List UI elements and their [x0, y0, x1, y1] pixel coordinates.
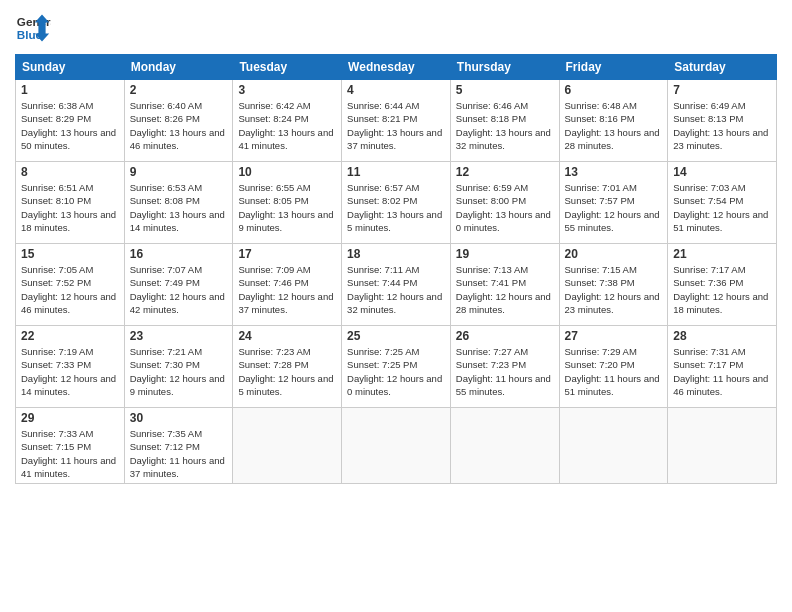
- day-info: Sunrise: 6:51 AMSunset: 8:10 PMDaylight:…: [21, 181, 119, 234]
- day-number: 25: [347, 329, 445, 343]
- day-info: Sunrise: 7:23 AMSunset: 7:28 PMDaylight:…: [238, 345, 336, 398]
- weekday-header-thursday: Thursday: [450, 55, 559, 80]
- calendar-cell: 25 Sunrise: 7:25 AMSunset: 7:25 PMDaylig…: [342, 326, 451, 408]
- calendar-cell: 23 Sunrise: 7:21 AMSunset: 7:30 PMDaylig…: [124, 326, 233, 408]
- day-info: Sunrise: 7:19 AMSunset: 7:33 PMDaylight:…: [21, 345, 119, 398]
- day-info: Sunrise: 6:53 AMSunset: 8:08 PMDaylight:…: [130, 181, 228, 234]
- calendar-cell: 7 Sunrise: 6:49 AMSunset: 8:13 PMDayligh…: [668, 80, 777, 162]
- calendar-cell: 12 Sunrise: 6:59 AMSunset: 8:00 PMDaylig…: [450, 162, 559, 244]
- day-number: 24: [238, 329, 336, 343]
- calendar-cell: [233, 408, 342, 484]
- weekday-header-tuesday: Tuesday: [233, 55, 342, 80]
- day-number: 18: [347, 247, 445, 261]
- day-info: Sunrise: 7:05 AMSunset: 7:52 PMDaylight:…: [21, 263, 119, 316]
- day-number: 28: [673, 329, 771, 343]
- day-number: 1: [21, 83, 119, 97]
- weekday-header-friday: Friday: [559, 55, 668, 80]
- day-info: Sunrise: 7:21 AMSunset: 7:30 PMDaylight:…: [130, 345, 228, 398]
- logo-icon: General Blue: [15, 10, 51, 46]
- weekday-header-row: SundayMondayTuesdayWednesdayThursdayFrid…: [16, 55, 777, 80]
- calendar-week-row: 15 Sunrise: 7:05 AMSunset: 7:52 PMDaylig…: [16, 244, 777, 326]
- day-info: Sunrise: 7:09 AMSunset: 7:46 PMDaylight:…: [238, 263, 336, 316]
- day-info: Sunrise: 6:40 AMSunset: 8:26 PMDaylight:…: [130, 99, 228, 152]
- calendar-week-row: 22 Sunrise: 7:19 AMSunset: 7:33 PMDaylig…: [16, 326, 777, 408]
- calendar-cell: 11 Sunrise: 6:57 AMSunset: 8:02 PMDaylig…: [342, 162, 451, 244]
- day-number: 9: [130, 165, 228, 179]
- calendar-cell: 8 Sunrise: 6:51 AMSunset: 8:10 PMDayligh…: [16, 162, 125, 244]
- day-number: 13: [565, 165, 663, 179]
- calendar-cell: 3 Sunrise: 6:42 AMSunset: 8:24 PMDayligh…: [233, 80, 342, 162]
- day-number: 8: [21, 165, 119, 179]
- day-number: 20: [565, 247, 663, 261]
- weekday-header-saturday: Saturday: [668, 55, 777, 80]
- calendar-week-row: 1 Sunrise: 6:38 AMSunset: 8:29 PMDayligh…: [16, 80, 777, 162]
- day-info: Sunrise: 6:48 AMSunset: 8:16 PMDaylight:…: [565, 99, 663, 152]
- weekday-header-wednesday: Wednesday: [342, 55, 451, 80]
- day-info: Sunrise: 6:59 AMSunset: 8:00 PMDaylight:…: [456, 181, 554, 234]
- day-info: Sunrise: 7:07 AMSunset: 7:49 PMDaylight:…: [130, 263, 228, 316]
- day-info: Sunrise: 6:55 AMSunset: 8:05 PMDaylight:…: [238, 181, 336, 234]
- calendar-cell: [450, 408, 559, 484]
- calendar-cell: 20 Sunrise: 7:15 AMSunset: 7:38 PMDaylig…: [559, 244, 668, 326]
- calendar-cell: 13 Sunrise: 7:01 AMSunset: 7:57 PMDaylig…: [559, 162, 668, 244]
- day-info: Sunrise: 6:38 AMSunset: 8:29 PMDaylight:…: [21, 99, 119, 152]
- day-info: Sunrise: 7:35 AMSunset: 7:12 PMDaylight:…: [130, 427, 228, 480]
- day-info: Sunrise: 6:44 AMSunset: 8:21 PMDaylight:…: [347, 99, 445, 152]
- weekday-header-monday: Monday: [124, 55, 233, 80]
- page-header: General Blue: [15, 10, 777, 46]
- day-number: 14: [673, 165, 771, 179]
- page-container: General Blue SundayMondayTuesdayWednesda…: [0, 0, 792, 612]
- day-number: 10: [238, 165, 336, 179]
- calendar-cell: 16 Sunrise: 7:07 AMSunset: 7:49 PMDaylig…: [124, 244, 233, 326]
- calendar-week-row: 8 Sunrise: 6:51 AMSunset: 8:10 PMDayligh…: [16, 162, 777, 244]
- day-number: 2: [130, 83, 228, 97]
- day-number: 17: [238, 247, 336, 261]
- day-number: 19: [456, 247, 554, 261]
- calendar-cell: 9 Sunrise: 6:53 AMSunset: 8:08 PMDayligh…: [124, 162, 233, 244]
- calendar-cell: 30 Sunrise: 7:35 AMSunset: 7:12 PMDaylig…: [124, 408, 233, 484]
- day-number: 22: [21, 329, 119, 343]
- calendar-cell: 22 Sunrise: 7:19 AMSunset: 7:33 PMDaylig…: [16, 326, 125, 408]
- calendar-cell: 2 Sunrise: 6:40 AMSunset: 8:26 PMDayligh…: [124, 80, 233, 162]
- day-number: 21: [673, 247, 771, 261]
- calendar-cell: [668, 408, 777, 484]
- calendar-cell: 26 Sunrise: 7:27 AMSunset: 7:23 PMDaylig…: [450, 326, 559, 408]
- day-info: Sunrise: 6:42 AMSunset: 8:24 PMDaylight:…: [238, 99, 336, 152]
- day-number: 16: [130, 247, 228, 261]
- calendar-cell: 27 Sunrise: 7:29 AMSunset: 7:20 PMDaylig…: [559, 326, 668, 408]
- calendar-cell: 29 Sunrise: 7:33 AMSunset: 7:15 PMDaylig…: [16, 408, 125, 484]
- day-info: Sunrise: 7:15 AMSunset: 7:38 PMDaylight:…: [565, 263, 663, 316]
- day-info: Sunrise: 7:33 AMSunset: 7:15 PMDaylight:…: [21, 427, 119, 480]
- day-info: Sunrise: 6:57 AMSunset: 8:02 PMDaylight:…: [347, 181, 445, 234]
- calendar-cell: 4 Sunrise: 6:44 AMSunset: 8:21 PMDayligh…: [342, 80, 451, 162]
- day-number: 30: [130, 411, 228, 425]
- calendar-cell: 17 Sunrise: 7:09 AMSunset: 7:46 PMDaylig…: [233, 244, 342, 326]
- calendar-cell: 6 Sunrise: 6:48 AMSunset: 8:16 PMDayligh…: [559, 80, 668, 162]
- calendar-week-row: 29 Sunrise: 7:33 AMSunset: 7:15 PMDaylig…: [16, 408, 777, 484]
- calendar-cell: 5 Sunrise: 6:46 AMSunset: 8:18 PMDayligh…: [450, 80, 559, 162]
- day-info: Sunrise: 7:11 AMSunset: 7:44 PMDaylight:…: [347, 263, 445, 316]
- day-info: Sunrise: 7:31 AMSunset: 7:17 PMDaylight:…: [673, 345, 771, 398]
- calendar-cell: 21 Sunrise: 7:17 AMSunset: 7:36 PMDaylig…: [668, 244, 777, 326]
- day-number: 5: [456, 83, 554, 97]
- day-info: Sunrise: 7:01 AMSunset: 7:57 PMDaylight:…: [565, 181, 663, 234]
- day-number: 12: [456, 165, 554, 179]
- calendar-cell: [559, 408, 668, 484]
- day-number: 27: [565, 329, 663, 343]
- calendar-cell: 28 Sunrise: 7:31 AMSunset: 7:17 PMDaylig…: [668, 326, 777, 408]
- day-info: Sunrise: 7:29 AMSunset: 7:20 PMDaylight:…: [565, 345, 663, 398]
- day-number: 23: [130, 329, 228, 343]
- calendar-table: SundayMondayTuesdayWednesdayThursdayFrid…: [15, 54, 777, 484]
- day-info: Sunrise: 6:49 AMSunset: 8:13 PMDaylight:…: [673, 99, 771, 152]
- calendar-cell: 1 Sunrise: 6:38 AMSunset: 8:29 PMDayligh…: [16, 80, 125, 162]
- day-number: 6: [565, 83, 663, 97]
- logo: General Blue: [15, 10, 51, 46]
- weekday-header-sunday: Sunday: [16, 55, 125, 80]
- calendar-cell: 14 Sunrise: 7:03 AMSunset: 7:54 PMDaylig…: [668, 162, 777, 244]
- day-info: Sunrise: 7:25 AMSunset: 7:25 PMDaylight:…: [347, 345, 445, 398]
- day-info: Sunrise: 6:46 AMSunset: 8:18 PMDaylight:…: [456, 99, 554, 152]
- day-number: 26: [456, 329, 554, 343]
- day-number: 4: [347, 83, 445, 97]
- day-info: Sunrise: 7:17 AMSunset: 7:36 PMDaylight:…: [673, 263, 771, 316]
- day-number: 3: [238, 83, 336, 97]
